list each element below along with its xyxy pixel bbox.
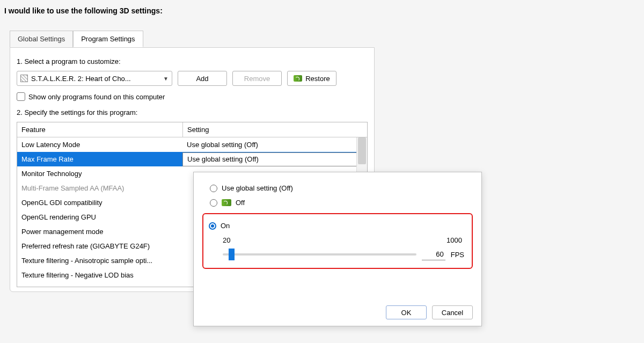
slider-max-label: 1000 xyxy=(447,236,462,244)
remove-button[interactable]: Remove xyxy=(232,71,282,86)
program-icon xyxy=(20,75,28,82)
option-off[interactable]: Off xyxy=(210,199,473,207)
feature-cell: OpenGL GDI compatibility xyxy=(17,196,182,209)
option-use-global-label: Use global setting (Off) xyxy=(222,184,293,192)
step1-label: 1. Select a program to customize: xyxy=(17,57,368,65)
radio-on[interactable] xyxy=(209,222,216,230)
radio-use-global[interactable] xyxy=(210,185,217,192)
nvidia-icon xyxy=(222,199,231,206)
feature-cell: Monitor Technology xyxy=(17,167,182,180)
fps-slider[interactable] xyxy=(223,253,416,256)
page-title: I would like to use the following 3D set… xyxy=(0,0,644,19)
option-on[interactable]: On xyxy=(209,222,466,230)
feature-cell: Texture filtering - Negative LOD bias xyxy=(17,269,182,281)
show-only-checkbox[interactable] xyxy=(17,92,25,101)
slider-min-label: 20 xyxy=(223,236,230,244)
max-frame-rate-popover: Use global setting (Off) Off On 20 1000 … xyxy=(193,172,482,326)
feature-cell: Preferred refresh rate (GIGABYTE G24F) xyxy=(17,240,182,252)
table-row[interactable]: Low Latency ModeUse global setting (Off) xyxy=(17,137,367,152)
setting-cell: Use global setting (Off) xyxy=(182,138,367,151)
program-select-dropdown[interactable]: S.T.A.L.K.E.R. 2: Heart of Cho... ▼ xyxy=(17,71,172,86)
tabs: Global Settings Program Settings xyxy=(10,30,143,47)
feature-cell: Power management mode xyxy=(17,225,182,238)
step2-label: 2. Specify the settings for this program… xyxy=(17,108,368,116)
ok-button[interactable]: OK xyxy=(386,305,427,319)
scrollbar-thumb[interactable] xyxy=(358,137,366,164)
feature-cell: Low Latency Mode xyxy=(17,138,182,151)
restore-label: Restore xyxy=(305,75,330,83)
show-only-label: Show only programs found on this compute… xyxy=(28,93,165,101)
cancel-button[interactable]: Cancel xyxy=(432,305,473,319)
table-row[interactable]: Max Frame RateUse global setting (Off)▼ xyxy=(17,152,367,166)
option-use-global[interactable]: Use global setting (Off) xyxy=(210,184,473,192)
feature-cell: OpenGL rendering GPU xyxy=(17,211,182,223)
option-on-label: On xyxy=(221,222,230,230)
fps-input[interactable] xyxy=(422,249,445,260)
table-header: Feature Setting xyxy=(17,122,367,137)
on-option-highlight: On 20 1000 FPS xyxy=(202,213,473,269)
header-feature[interactable]: Feature xyxy=(17,122,182,137)
feature-cell: Multi-Frame Sampled AA (MFAA) xyxy=(17,182,182,194)
fps-slider-thumb[interactable] xyxy=(229,249,235,260)
header-setting[interactable]: Setting xyxy=(182,122,367,137)
program-select-text: S.T.A.L.K.E.R. 2: Heart of Cho... xyxy=(31,75,160,83)
chevron-down-icon: ▼ xyxy=(163,76,169,82)
feature-cell: Max Frame Rate xyxy=(17,153,182,165)
option-off-label: Off xyxy=(236,199,245,207)
restore-button[interactable]: Restore xyxy=(287,71,336,86)
nvidia-icon xyxy=(294,75,302,82)
tab-global-settings[interactable]: Global Settings xyxy=(10,31,73,47)
feature-cell: Texture filtering - Anisotropic sample o… xyxy=(17,254,182,267)
add-button[interactable]: Add xyxy=(178,71,227,86)
radio-off[interactable] xyxy=(210,199,217,207)
tab-program-settings[interactable]: Program Settings xyxy=(73,31,143,47)
fps-unit-label: FPS xyxy=(451,251,464,259)
setting-cell: Use global setting (Off) xyxy=(183,153,357,165)
